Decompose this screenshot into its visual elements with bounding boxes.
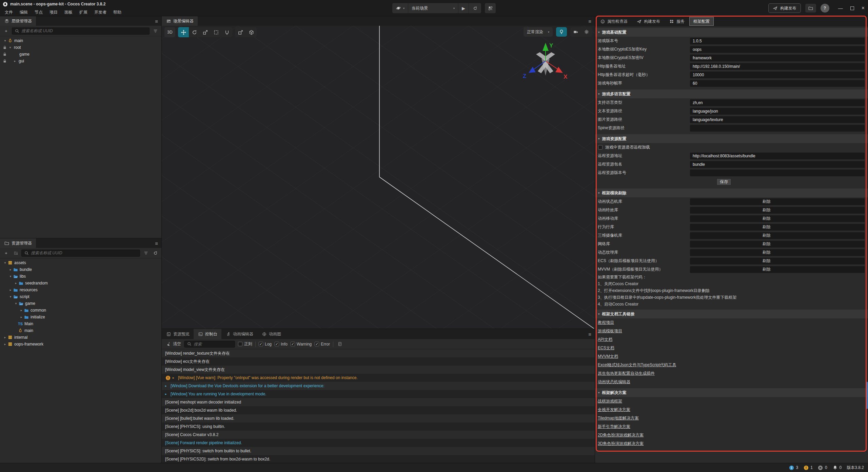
scene-menu-button[interactable]: ≡ <box>588 16 591 26</box>
filter-info-checkbox[interactable]: Info <box>275 342 288 347</box>
remove-module-button[interactable]: 剔除 <box>690 207 865 214</box>
section-header[interactable]: ▾游戏基础配置 <box>595 28 868 37</box>
chevron-right-icon[interactable]: ▸ <box>8 288 13 292</box>
maximize-button[interactable] <box>850 6 854 10</box>
tab-hierarchy[interactable]: 层级管理器 <box>0 16 36 26</box>
filter-warning-checkbox[interactable]: Warning <box>291 342 312 347</box>
tree-node-main[interactable]: ▾main <box>0 37 161 44</box>
section-header[interactable]: ▾游戏资源配置 <box>595 134 868 143</box>
scene-select[interactable]: 当前场景 ▾ <box>408 3 458 13</box>
doc-link[interactable]: 2D角色扮演游戏解决方案 <box>598 432 644 438</box>
tab-console[interactable]: 控制台 <box>194 329 221 339</box>
tree-node-root[interactable]: ▾root <box>0 44 161 51</box>
log-row[interactable]: [Window] render_texture文件夹存在 <box>162 349 595 357</box>
log-row[interactable]: [Scene] [PHYSICS]: switch from builtin t… <box>162 447 595 455</box>
tab-animation-editor[interactable]: 动画编辑器 <box>221 329 257 339</box>
tree-node-resources[interactable]: ▸resources <box>0 287 161 293</box>
section-header[interactable]: ▾框架文档工具链接 <box>595 310 868 318</box>
property-value-input[interactable] <box>690 125 865 132</box>
tree-node-libs[interactable]: ▾libs <box>0 273 161 280</box>
doc-link[interactable]: 战棋游戏框架 <box>598 398 622 404</box>
console-menu-button[interactable]: ≡ <box>588 329 591 339</box>
chevron-down-icon[interactable]: ▾ <box>8 275 13 278</box>
chevron-down-icon[interactable]: ▾ <box>3 39 7 42</box>
hierarchy-menu-button[interactable]: ≡ <box>155 16 158 26</box>
regex-checkbox[interactable]: 正则 <box>238 341 252 347</box>
doc-link[interactable]: 3D角色扮演游戏解决方案 <box>598 441 644 447</box>
rect-tool-button[interactable] <box>211 27 221 37</box>
property-value-input[interactable]: bundle <box>690 161 865 168</box>
create-asset-button[interactable]: ＋ <box>2 250 10 257</box>
tree-node-internal[interactable]: ▸internal <box>0 334 161 341</box>
chevron-right-icon[interactable]: ▸ <box>14 281 18 285</box>
pivot-button[interactable] <box>235 27 246 37</box>
menu-developer[interactable]: 开发者 <box>91 9 110 15</box>
close-button[interactable]: × <box>862 5 865 11</box>
menu-node[interactable]: 节点 <box>31 9 46 15</box>
doc-link[interactable]: 全栈开发解决方案 <box>598 407 630 413</box>
transform-tool-button[interactable] <box>221 27 232 37</box>
log-row[interactable]: ▸[Window] [Vue warn]: Property "onInput"… <box>162 374 595 382</box>
log-row[interactable]: ▸[Window] Download the Vue Devtools exte… <box>162 382 595 390</box>
menu-help[interactable]: 帮助 <box>110 9 125 15</box>
doc-link[interactable]: Tiledmap地图解决方案 <box>598 415 639 421</box>
tree-node-game[interactable]: game <box>0 51 161 58</box>
minimize-button[interactable]: — <box>838 5 843 11</box>
remote-load-checkbox[interactable]: 游戏中资源是否远程加载 <box>595 143 868 152</box>
assets-filter-button[interactable] <box>142 250 150 257</box>
move-tool-button[interactable] <box>178 27 189 37</box>
tab-services[interactable]: 服务 <box>665 17 689 26</box>
doc-link[interactable]: API文档 <box>598 337 612 342</box>
tab-animation-graph[interactable]: 动画图 <box>257 329 285 339</box>
tree-node-oops-framework[interactable]: ▸oops-framework <box>0 341 161 348</box>
log-row[interactable]: [Scene] [bullet]:bullet wasm lib loaded. <box>162 414 595 422</box>
expand-arrow[interactable]: ▸ <box>165 384 169 388</box>
scale-tool-button[interactable] <box>200 27 211 37</box>
property-value-input[interactable]: language/json <box>690 108 865 115</box>
tree-node-common[interactable]: ▸common <box>0 307 161 314</box>
tab-assets[interactable]: 资源管理器 <box>0 238 36 248</box>
tab-scene-editor[interactable]: 场景编辑器 <box>162 16 198 26</box>
hierarchy-search-input[interactable] <box>21 28 147 33</box>
section-header[interactable]: ▾框架模块剔除 <box>595 189 868 197</box>
doc-link[interactable]: 教程项目 <box>598 320 614 326</box>
assets-search-input[interactable] <box>31 251 138 255</box>
scene-camera-button[interactable] <box>570 27 581 37</box>
render-mode-select[interactable]: 正常渲染 ▾ <box>524 27 553 37</box>
open-folder-button[interactable] <box>805 3 816 13</box>
tab-property-inspector[interactable]: 属性检查器 <box>596 17 632 26</box>
tab-framework-config[interactable]: 框架配置 <box>689 17 714 26</box>
coordinate-button[interactable] <box>246 27 257 37</box>
axis-gizmo[interactable]: Y X Z <box>520 40 571 87</box>
remove-module-button[interactable]: 剔除 <box>690 232 865 239</box>
log-row[interactable]: [Scene] [PHYSICS]: using builtin. <box>162 422 595 431</box>
build-publish-button[interactable]: 构建发布 <box>768 3 801 13</box>
menu-file[interactable]: 文件 <box>1 9 16 15</box>
property-value-input[interactable] <box>690 170 865 176</box>
error-counter[interactable]: 0 <box>818 465 827 470</box>
console-search-input[interactable] <box>194 342 233 347</box>
save-button[interactable]: 保存 <box>716 178 731 185</box>
assets-menu-button[interactable]: ≡ <box>155 238 158 248</box>
rotate-tool-button[interactable] <box>189 27 200 37</box>
tree-node-script[interactable]: ▾script <box>0 293 161 300</box>
remove-module-button[interactable]: 剔除 <box>690 215 865 222</box>
doc-link[interactable]: 游戏模板项目 <box>598 328 622 334</box>
remove-module-button[interactable]: 剔除 <box>690 224 865 231</box>
chevron-right-icon[interactable]: ▸ <box>3 336 7 339</box>
scrollbar-thumb[interactable] <box>866 382 868 409</box>
doc-link[interactable]: 新手引导解决方案 <box>598 424 630 430</box>
chevron-right-icon[interactable]: ▸ <box>19 309 24 312</box>
log-row[interactable]: [Scene] [box2d]:box2d wasm lib loaded. <box>162 406 595 414</box>
remove-module-button[interactable]: 剔除 <box>690 198 865 205</box>
sort-assets-button[interactable] <box>12 250 19 257</box>
log-row[interactable]: [Scene] Cocos Creator v3.8.2 <box>162 431 595 439</box>
section-header[interactable]: ▾游戏多语言配置 <box>595 90 868 98</box>
chevron-down-icon[interactable]: ▾ <box>8 295 13 298</box>
property-value-input[interactable]: http://192.168.0.150/main/ <box>690 63 865 70</box>
menu-project[interactable]: 项目 <box>46 9 61 15</box>
remove-module-button[interactable]: 剔除 <box>690 249 865 256</box>
doc-link[interactable]: 动画状态机编辑器 <box>598 379 630 385</box>
preview-target-button[interactable]: ▾ <box>392 3 408 13</box>
section-header[interactable]: ▾框架解决方案 <box>595 388 868 397</box>
